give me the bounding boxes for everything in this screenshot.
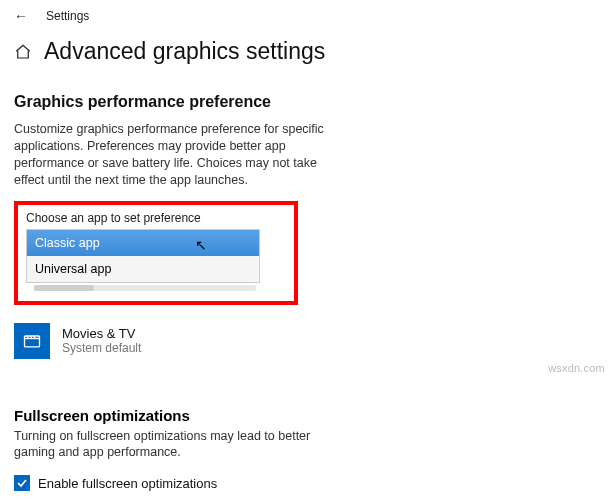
- section-description-performance: Customize graphics performance preferenc…: [14, 121, 344, 189]
- app-type-dropdown[interactable]: Classic app ↖ Universal app: [26, 229, 260, 283]
- app-title: Settings: [46, 9, 89, 23]
- cursor-icon: ↖: [195, 237, 207, 253]
- fullscreen-checkbox-row[interactable]: Enable fullscreen optimizations: [14, 475, 601, 491]
- graphics-performance-section: Graphics performance preference Customiz…: [0, 93, 615, 491]
- dropdown-option-classic[interactable]: Classic app ↖: [27, 230, 259, 256]
- app-list-item[interactable]: Movies & TV System default: [14, 323, 601, 359]
- title-bar: ← Settings: [0, 0, 615, 24]
- back-arrow-icon[interactable]: ←: [14, 8, 28, 24]
- app-meta: Movies & TV System default: [62, 326, 141, 355]
- home-icon[interactable]: [14, 43, 32, 61]
- dropdown-scrollbar[interactable]: [34, 285, 256, 291]
- section-heading-fullscreen: Fullscreen optimizations: [14, 407, 601, 424]
- movies-tv-icon: [14, 323, 50, 359]
- choose-app-label: Choose an app to set preference: [26, 211, 286, 225]
- checkbox-label: Enable fullscreen optimizations: [38, 476, 217, 491]
- dropdown-option-universal[interactable]: Universal app: [27, 256, 259, 282]
- app-name: Movies & TV: [62, 326, 141, 341]
- app-preference-value: System default: [62, 341, 141, 355]
- section-description-fullscreen: Turning on fullscreen optimizations may …: [14, 428, 354, 462]
- option-label: Classic app: [35, 236, 100, 250]
- page-header: Advanced graphics settings: [0, 24, 615, 69]
- checkbox-checked-icon[interactable]: [14, 475, 30, 491]
- section-heading-performance: Graphics performance preference: [14, 93, 601, 111]
- page-title: Advanced graphics settings: [44, 38, 325, 65]
- highlight-annotation: Choose an app to set preference Classic …: [14, 201, 298, 305]
- watermark-text: wsxdn.com: [548, 362, 605, 374]
- option-label: Universal app: [35, 262, 111, 276]
